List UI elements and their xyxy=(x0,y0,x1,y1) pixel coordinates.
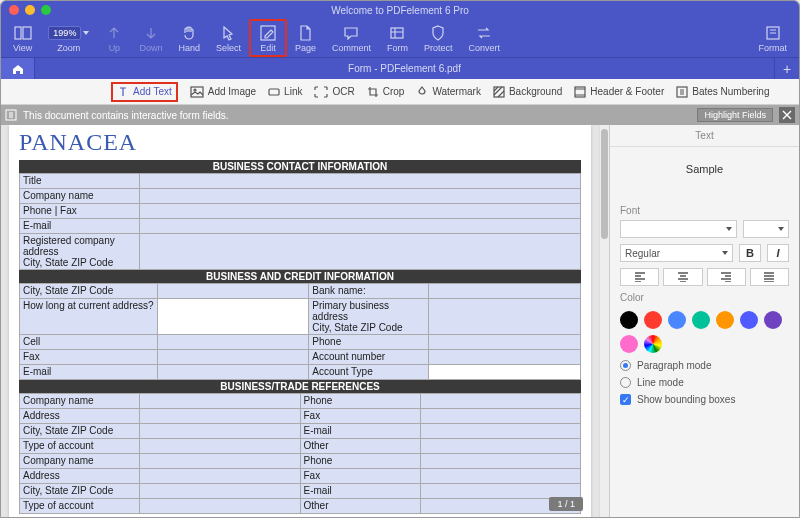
align-center-button[interactable] xyxy=(663,268,702,286)
tab-bar: Form - PDFelement 6.pdf + xyxy=(1,57,799,79)
color-label: Color xyxy=(620,292,789,303)
color-swatch-teal[interactable] xyxy=(692,311,710,329)
edit-button[interactable]: Edit xyxy=(249,19,287,57)
zoom-button[interactable]: 199% Zoom xyxy=(40,21,97,55)
home-tab[interactable] xyxy=(1,58,35,79)
color-swatch-black[interactable] xyxy=(620,311,638,329)
maximize-window-button[interactable] xyxy=(41,5,51,15)
ocr-button[interactable]: OCR xyxy=(314,86,354,98)
font-style-select[interactable]: Regular xyxy=(620,244,733,262)
file-tab[interactable]: Form - PDFelement 6.pdf xyxy=(35,58,775,79)
section-header: BUSINESS AND CREDIT INFORMATION xyxy=(19,270,581,283)
bates-icon xyxy=(676,86,688,98)
svg-rect-5 xyxy=(191,87,203,97)
color-swatch-indigo[interactable] xyxy=(740,311,758,329)
arrow-down-icon xyxy=(144,23,158,43)
form-table-1: Title Company name Phone | Fax E-mail Re… xyxy=(19,173,581,270)
bold-button[interactable]: B xyxy=(739,244,761,262)
show-bounding-boxes-checkbox[interactable]: ✓ Show bounding boxes xyxy=(620,391,789,408)
image-icon xyxy=(190,86,204,98)
comment-icon xyxy=(343,23,359,43)
color-swatch-pink[interactable] xyxy=(620,335,638,353)
vertical-scrollbar[interactable] xyxy=(599,125,609,517)
main-toolbar: View 199% Zoom Up Down Hand Select Edi xyxy=(1,19,799,57)
info-bar: This document contains interactive form … xyxy=(1,105,799,125)
svg-rect-0 xyxy=(15,27,21,39)
color-swatch-blue[interactable] xyxy=(668,311,686,329)
titlebar: Welcome to PDFelement 6 Pro xyxy=(1,1,799,19)
svg-point-6 xyxy=(194,89,196,91)
chevron-down-icon xyxy=(83,31,89,35)
link-icon xyxy=(268,86,280,98)
header-footer-icon xyxy=(574,86,586,98)
close-window-button[interactable] xyxy=(9,5,19,15)
bates-button[interactable]: Bates Numbering xyxy=(676,86,769,98)
form-table-3: Company namePhone AddressFax City, State… xyxy=(19,393,581,514)
cursor-icon xyxy=(221,23,235,43)
format-button[interactable]: Format xyxy=(750,21,795,55)
radio-icon xyxy=(620,377,631,388)
sidebar-title: Text xyxy=(610,125,799,147)
scrollbar-thumb[interactable] xyxy=(601,129,608,239)
minimize-window-button[interactable] xyxy=(25,5,35,15)
down-button[interactable]: Down xyxy=(131,21,170,55)
sub-toolbar: Add Text Add Image Link OCR Crop Waterma… xyxy=(1,79,799,105)
page-button[interactable]: Page xyxy=(287,21,324,55)
comment-button[interactable]: Comment xyxy=(324,21,379,55)
section-header: BUSINESS/TRADE REFERENCES xyxy=(19,380,581,393)
color-swatches xyxy=(620,307,789,357)
crop-button[interactable]: Crop xyxy=(367,86,405,98)
sample-preview: Sample xyxy=(610,147,799,191)
form-button[interactable]: Form xyxy=(379,21,416,55)
document-area[interactable]: PANACEA BUSINESS CONTACT INFORMATION Tit… xyxy=(1,125,599,517)
chevron-down-icon xyxy=(778,227,784,231)
line-mode-radio[interactable]: Line mode xyxy=(620,374,789,391)
align-justify-button[interactable] xyxy=(750,268,789,286)
form-table-2: City, State ZIP CodeBank name: How long … xyxy=(19,283,581,380)
color-swatch-orange[interactable] xyxy=(716,311,734,329)
protect-button[interactable]: Protect xyxy=(416,21,461,55)
highlight-fields-button[interactable]: Highlight Fields xyxy=(697,108,773,122)
align-right-button[interactable] xyxy=(707,268,746,286)
paragraph-mode-radio[interactable]: Paragraph mode xyxy=(620,357,789,374)
background-button[interactable]: Background xyxy=(493,86,562,98)
font-label: Font xyxy=(620,205,789,216)
form-icon xyxy=(389,23,405,43)
add-text-button[interactable]: Add Text xyxy=(111,82,178,102)
checkbox-icon: ✓ xyxy=(620,394,631,405)
section-header: BUSINESS CONTACT INFORMATION xyxy=(19,160,581,173)
view-button[interactable]: View xyxy=(5,21,40,55)
add-image-button[interactable]: Add Image xyxy=(190,86,256,98)
color-swatch-red[interactable] xyxy=(644,311,662,329)
convert-icon xyxy=(476,23,492,43)
home-icon xyxy=(11,63,25,75)
crop-icon xyxy=(367,86,379,98)
italic-button[interactable]: I xyxy=(767,244,789,262)
close-info-button[interactable] xyxy=(779,107,795,123)
color-picker-button[interactable] xyxy=(644,335,662,353)
header-footer-button[interactable]: Header & Footer xyxy=(574,86,664,98)
info-icon xyxy=(5,109,17,121)
background-icon xyxy=(493,86,505,98)
font-size-select[interactable] xyxy=(743,220,789,238)
chevron-down-icon xyxy=(726,227,732,231)
watermark-button[interactable]: Watermark xyxy=(416,86,481,98)
svg-rect-1 xyxy=(23,27,31,39)
watermark-icon xyxy=(416,86,428,98)
convert-button[interactable]: Convert xyxy=(461,21,509,55)
page-icon xyxy=(298,23,312,43)
up-button[interactable]: Up xyxy=(97,21,131,55)
add-tab-button[interactable]: + xyxy=(775,58,799,79)
zoom-value[interactable]: 199% xyxy=(48,26,81,40)
link-button[interactable]: Link xyxy=(268,86,302,98)
format-icon xyxy=(765,23,781,43)
doc-brand: PANACEA xyxy=(19,129,581,156)
svg-rect-7 xyxy=(269,89,279,95)
radio-icon xyxy=(620,360,631,371)
align-left-button[interactable] xyxy=(620,268,659,286)
select-button[interactable]: Select xyxy=(208,21,249,55)
hand-icon xyxy=(181,23,197,43)
hand-button[interactable]: Hand xyxy=(170,21,208,55)
font-family-select[interactable] xyxy=(620,220,737,238)
color-swatch-purple[interactable] xyxy=(764,311,782,329)
